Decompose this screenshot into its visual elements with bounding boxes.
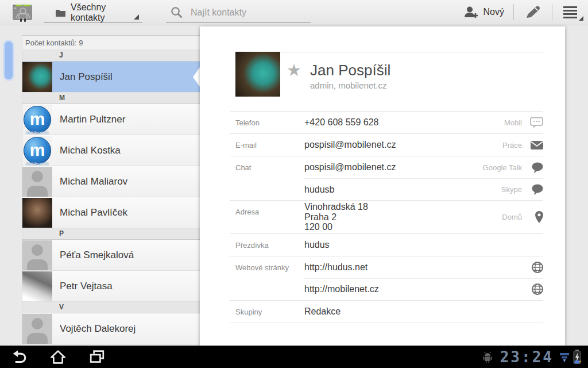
field-row[interactable]: pospisil@mobilenet.czPráce <box>304 134 543 156</box>
status-cluster[interactable]: 23:24 <box>482 348 581 366</box>
field-rows: http://hudus.nethttp://mobilenet.cz <box>304 256 543 300</box>
field-value: http://hudus.net <box>304 262 529 273</box>
field-row[interactable]: Redakce <box>304 301 543 323</box>
favorite-star-icon[interactable] <box>287 62 301 79</box>
field-value: hudus <box>304 240 543 250</box>
field-group: SkupinyRedakce <box>230 300 543 323</box>
contact-row[interactable]: mmobilenet.czMartin Pultzner <box>22 104 200 135</box>
globe-icon[interactable] <box>529 283 543 295</box>
fast-scroll-handle[interactable] <box>5 41 13 79</box>
field-group: AdresaVinohradská 18 Praha 2 120 00Domů <box>230 200 543 233</box>
contact-avatar <box>22 167 52 197</box>
search-input[interactable] <box>191 7 311 18</box>
field-group: Přezdívkahudus <box>230 233 543 256</box>
contact-avatar <box>22 314 52 344</box>
contacts-app-icon[interactable]: A <box>12 3 33 22</box>
contact-name: Péťa Smejkalová <box>60 250 134 261</box>
field-rows: Redakce <box>304 301 543 323</box>
contact-row[interactable]: Michal Pavlíček <box>22 197 200 228</box>
contact-list-panel: Počet kontaktů: 9 JJan PospíšilMmmobilen… <box>0 26 200 346</box>
system-bar: 23:24 <box>0 346 588 368</box>
field-label: Přezdívka <box>230 234 304 256</box>
overflow-menu-button[interactable] <box>552 0 588 25</box>
sms-icon[interactable] <box>529 117 543 129</box>
contact-row[interactable]: mmobilenet.czMichal Kostka <box>22 135 200 166</box>
detail-contact-name: Jan Pospíšil <box>310 62 390 79</box>
mobilenet-logo-caption: mobilenet.cz <box>22 131 52 135</box>
folder-icon <box>56 9 65 17</box>
usb-debug-android-icon <box>482 351 493 363</box>
contact-avatar: mmobilenet.cz <box>22 136 52 166</box>
chat-icon[interactable] <box>529 184 543 195</box>
field-rows: pospisil@mobilenet.czGoogle TalkhudusbSk… <box>304 156 543 200</box>
signal-icon <box>559 351 570 363</box>
field-group: Chatpospisil@mobilenet.czGoogle Talkhudu… <box>230 156 543 200</box>
contact-name: Michal Maliarov <box>60 176 127 187</box>
field-label: Telefon <box>230 112 304 133</box>
mobilenet-logo: m <box>24 137 51 164</box>
new-contact-button[interactable]: Nový <box>454 0 513 25</box>
field-rows: Vinohradská 18 Praha 2 120 00Domů <box>304 201 543 233</box>
contact-row[interactable]: Petr Vejtasa <box>22 271 200 302</box>
field-group: E-mailpospisil@mobilenet.czPráce <box>230 133 543 156</box>
contact-count: Počet kontaktů: 9 <box>22 36 200 50</box>
recent-apps-button[interactable] <box>78 346 117 368</box>
field-label: Adresa <box>230 201 304 233</box>
globe-icon[interactable] <box>529 262 543 273</box>
system-clock: 23:24 <box>500 348 554 366</box>
field-value: +420 608 559 628 <box>304 117 504 128</box>
field-value: pospisil@mobilenet.cz <box>304 140 502 150</box>
chat-icon[interactable] <box>529 162 543 173</box>
new-contact-label: Nový <box>483 7 504 17</box>
detail-header-right: Jan Pospíšil admin, mobilenet.cz <box>280 52 543 97</box>
contact-list-sections: JJan PospíšilMmmobilenet.czMartin Pultzn… <box>22 50 200 344</box>
pin-icon[interactable] <box>529 211 543 223</box>
contact-name: Jan Pospíšil <box>60 71 113 83</box>
search-box[interactable] <box>166 2 311 23</box>
section-header-J: J <box>22 50 200 62</box>
field-row[interactable]: http://mobilenet.cz <box>304 278 543 300</box>
detail-fields: Telefon+420 608 559 628MobilE-mailpospis… <box>230 111 543 323</box>
field-row[interactable]: Vinohradská 18 Praha 2 120 00Domů <box>304 201 543 233</box>
dropdown-corner-icon <box>134 14 139 20</box>
field-label: Webové stránky <box>230 256 304 300</box>
field-type-label: Práce <box>502 141 522 150</box>
field-row[interactable]: http://hudus.net <box>304 256 543 278</box>
contact-avatar <box>22 271 52 301</box>
menu-corner-icon <box>579 16 583 21</box>
field-rows: hudus <box>304 234 543 256</box>
back-button[interactable] <box>0 346 38 368</box>
field-value: Vinohradská 18 Praha 2 120 00 <box>304 202 502 232</box>
contact-avatar <box>22 198 52 228</box>
field-type-label: Google Talk <box>483 163 522 172</box>
mobilenet-logo: m <box>24 106 51 133</box>
contact-row[interactable]: Jan Pospíšil <box>22 62 200 93</box>
home-button[interactable] <box>38 346 78 368</box>
contact-avatar: mmobilenet.cz <box>22 105 52 135</box>
edit-contact-button[interactable] <box>514 0 552 25</box>
group-selector-label: Všechny kontakty <box>71 2 142 23</box>
field-row[interactable]: +420 608 559 628Mobil <box>304 112 543 133</box>
field-type-label: Mobil <box>504 118 522 127</box>
field-value: pospisil@mobilenet.cz <box>304 162 483 172</box>
field-group: Telefon+420 608 559 628Mobil <box>230 111 543 133</box>
contact-name: Martin Pultzner <box>60 114 125 125</box>
field-rows: pospisil@mobilenet.czPráce <box>304 134 543 156</box>
contact-avatar <box>22 240 52 270</box>
detail-contact-subtitle: admin, mobilenet.cz <box>310 80 390 90</box>
email-icon[interactable] <box>529 141 543 150</box>
contact-row[interactable]: Michal Maliarov <box>22 166 200 197</box>
group-selector-dropdown[interactable]: Všechny kontakty <box>44 2 142 23</box>
field-row[interactable]: pospisil@mobilenet.czGoogle Talk <box>304 156 543 178</box>
field-row[interactable]: hudus <box>304 234 543 256</box>
detail-name-block: Jan Pospíšil admin, mobilenet.cz <box>310 62 390 90</box>
contact-row[interactable]: Vojtěch Dalekorej <box>22 313 200 344</box>
field-row[interactable]: hudusbSkype <box>304 178 543 200</box>
pencil-icon <box>525 5 541 20</box>
contact-avatar <box>22 62 52 92</box>
field-type-label: Domů <box>502 213 522 221</box>
contact-row[interactable]: Péťa Smejkalová <box>22 240 200 271</box>
contact-photo[interactable] <box>235 52 280 97</box>
action-bar: A Všechny kontakty Nový <box>0 0 588 25</box>
search-icon <box>171 6 183 18</box>
